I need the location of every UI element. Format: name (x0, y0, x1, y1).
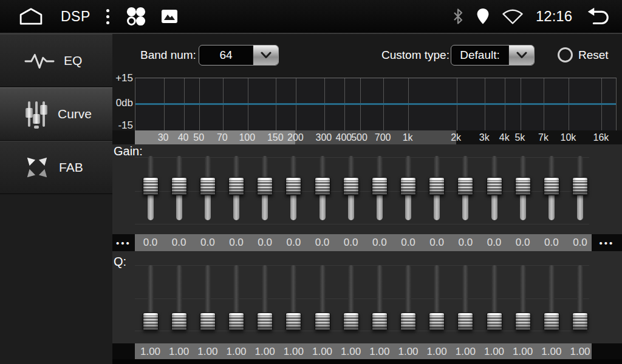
gain-slider-thumb[interactable] (515, 177, 531, 195)
gain-slider-4[interactable] (228, 144, 244, 234)
gain-slider-2[interactable] (171, 144, 187, 234)
gain-slider-10[interactable] (400, 144, 416, 234)
gain-slider-16[interactable] (572, 144, 588, 234)
back-return-icon[interactable] (584, 7, 611, 26)
sidebar-item-eq[interactable]: EQ (0, 34, 112, 87)
chevron-down-icon[interactable] (508, 46, 534, 65)
gain-slider-thumb[interactable] (200, 177, 216, 195)
home-icon[interactable] (17, 7, 45, 25)
q-slider-thumb[interactable] (285, 312, 301, 331)
gain-slider-thumb[interactable] (143, 177, 159, 195)
q-slider-11[interactable] (429, 251, 445, 341)
custom-type-dropdown[interactable]: Default: (451, 45, 535, 66)
chevron-down-icon[interactable] (253, 46, 278, 65)
apps-clover-icon[interactable] (125, 6, 146, 27)
gain-slider-thumb[interactable] (285, 177, 301, 195)
reset-label: Reset (578, 49, 609, 62)
overflow-menu-icon[interactable] (106, 9, 109, 24)
gain-slider-14[interactable] (515, 144, 531, 234)
bluetooth-icon (452, 7, 464, 25)
gain-slider-thumb[interactable] (315, 177, 330, 195)
q-slider-thumb[interactable] (343, 312, 359, 331)
q-slider-thumb[interactable] (544, 312, 559, 331)
gain-slider-thumb[interactable] (572, 177, 588, 195)
q-slider-thumb[interactable] (228, 312, 244, 331)
gain-slider-thumb[interactable] (457, 177, 473, 195)
q-slider-9[interactable] (372, 251, 388, 341)
q-slider-thumb[interactable] (200, 312, 216, 331)
gain-slider-15[interactable] (544, 144, 559, 234)
gain-slider-1[interactable] (143, 144, 159, 234)
q-slider-thumb[interactable] (143, 312, 159, 331)
gain-slider-12[interactable] (457, 144, 473, 234)
q-label: Q: (114, 255, 126, 269)
gain-slider-thumb[interactable] (429, 177, 445, 195)
q-slider-5[interactable] (257, 251, 273, 341)
q-slider-thumb[interactable] (429, 312, 445, 331)
q-values-row: 1.001.001.001.001.001.001.001.001.001.00… (112, 343, 622, 359)
gain-slider-thumb[interactable] (257, 177, 273, 195)
gallery-icon[interactable] (162, 10, 177, 23)
q-slider-thumb[interactable] (171, 312, 187, 331)
q-slider-thumb[interactable] (257, 312, 273, 331)
sidebar-item-fab[interactable]: FAB (0, 141, 112, 194)
q-slider-12[interactable] (457, 251, 473, 341)
custom-type-label: Custom type: (381, 49, 449, 62)
q-slider-8[interactable] (343, 251, 359, 341)
gain-slider-3[interactable] (200, 144, 216, 234)
q-slider-thumb[interactable] (487, 312, 502, 331)
gain-slider-thumb[interactable] (228, 177, 244, 195)
gain-overflow-right-button[interactable]: ••• (592, 234, 622, 251)
gain-slider-9[interactable] (372, 144, 388, 234)
q-slider-thumb[interactable] (315, 312, 330, 331)
band-num-dropdown[interactable]: 64 (199, 45, 279, 66)
q-slider-thumb[interactable] (572, 312, 588, 331)
gain-slider-8[interactable] (343, 144, 359, 234)
freq-tick-label: 1k (403, 130, 413, 144)
dsp-app: DSP (0, 0, 622, 364)
gain-label: Gain: (114, 144, 143, 158)
band-num-value: 64 (199, 46, 253, 65)
gain-value-5: 0.0 (258, 234, 272, 251)
q-value-13: 1.00 (484, 343, 504, 360)
freq-tick-label: 100 (239, 130, 255, 144)
q-slider-10[interactable] (400, 251, 416, 341)
q-overflow-left-button[interactable] (112, 343, 135, 359)
q-slider-6[interactable] (285, 251, 301, 341)
gain-slider-11[interactable] (429, 144, 445, 234)
gain-slider-5[interactable] (257, 144, 273, 234)
reset-radio[interactable] (558, 47, 573, 62)
gain-slider-thumb[interactable] (400, 177, 416, 195)
gain-slider-13[interactable] (487, 144, 502, 234)
q-overflow-right-button[interactable] (592, 343, 622, 359)
q-values-band: 1.001.001.001.001.001.001.001.001.001.00… (135, 343, 592, 359)
band-num-label: Band num: (140, 49, 196, 62)
eq-plot (135, 78, 617, 130)
q-slider-2[interactable] (171, 251, 187, 341)
q-slider-16[interactable] (572, 251, 588, 341)
gain-slider-thumb[interactable] (343, 177, 359, 195)
gain-slider-thumb[interactable] (544, 177, 559, 195)
q-slider-14[interactable] (515, 251, 531, 341)
q-value-9: 1.00 (369, 343, 389, 360)
q-slider-thumb[interactable] (515, 312, 531, 331)
gain-slider-thumb[interactable] (171, 177, 187, 195)
q-slider-3[interactable] (200, 251, 216, 341)
gain-slider-thumb[interactable] (372, 177, 388, 195)
q-slider-15[interactable] (544, 251, 559, 341)
gain-value-10: 0.0 (401, 234, 415, 251)
q-slider-1[interactable] (143, 251, 159, 341)
q-slider-thumb[interactable] (372, 312, 388, 331)
q-slider-thumb[interactable] (400, 312, 416, 331)
q-slider-4[interactable] (228, 251, 244, 341)
q-slider-thumb[interactable] (457, 312, 473, 331)
gain-slider-6[interactable] (285, 144, 301, 234)
sidebar-item-curve[interactable]: Curve (0, 87, 112, 141)
q-slider-13[interactable] (487, 251, 502, 341)
gain-slider-thumb[interactable] (487, 177, 502, 195)
gain-slider-7[interactable] (315, 144, 330, 234)
freq-tick-label: 150 (267, 130, 284, 144)
gain-overflow-left-button[interactable]: ••• (112, 234, 135, 251)
q-slider-7[interactable] (315, 251, 330, 341)
app-title: DSP (61, 8, 91, 25)
